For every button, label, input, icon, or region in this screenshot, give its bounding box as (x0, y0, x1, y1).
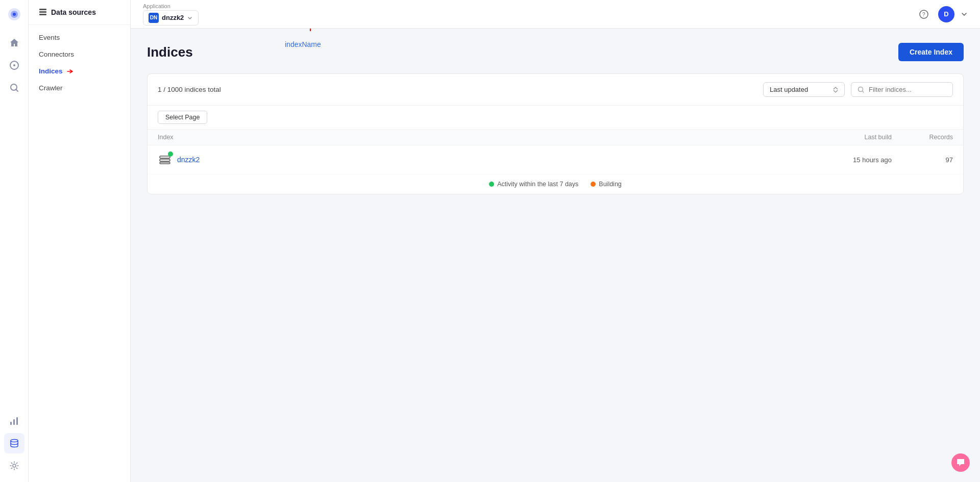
nav-search-icon[interactable] (4, 78, 24, 98)
database-icon (159, 155, 170, 164)
svg-rect-13 (39, 14, 46, 15)
header-index: Index (158, 134, 800, 141)
chat-icon (956, 458, 965, 467)
svg-rect-19 (160, 162, 170, 164)
svg-rect-17 (160, 156, 170, 158)
chat-widget[interactable] (951, 453, 970, 472)
table-row: dnzzk2 15 hours ago 97 (148, 145, 963, 174)
svg-rect-11 (39, 9, 46, 10)
records-cell: 97 (892, 156, 953, 164)
sidebar-nav: Events Connectors Indices Crawler (29, 25, 130, 100)
svg-rect-6 (10, 422, 12, 425)
sidebar: Data sources Events Connectors Indices C… (29, 0, 131, 482)
sort-dropdown[interactable]: Last updated (763, 82, 845, 97)
filter-input[interactable] (869, 86, 940, 93)
app-name: dnzzk2 (162, 14, 184, 21)
header-last-build: Last build (800, 134, 892, 141)
indices-card: 1 / 1000 indices total Last updated (147, 73, 964, 194)
legend-item-building: Building (591, 181, 621, 188)
nav-analytics-icon[interactable] (4, 411, 24, 431)
user-chevron-icon[interactable] (961, 11, 968, 18)
toolbar-right: Last updated (763, 82, 953, 97)
select-page-bar: Select Page (148, 106, 963, 130)
app-selector[interactable]: DN dnzzk2 (143, 10, 199, 26)
index-name-cell: dnzzk2 (158, 153, 800, 167)
user-avatar[interactable]: D (938, 6, 954, 22)
svg-rect-18 (160, 159, 170, 161)
sidebar-item-indices[interactable]: Indices (29, 63, 130, 80)
svg-point-2 (13, 13, 16, 16)
svg-rect-7 (13, 419, 15, 425)
indices-table: Index Last build Records (148, 130, 963, 194)
sort-label: Last updated (770, 86, 808, 93)
indices-arrow-icon (66, 68, 74, 75)
main-area: Application DN dnzzk2 ? D (131, 0, 980, 482)
last-build-cell: 15 hours ago (800, 156, 892, 164)
icon-rail (0, 0, 29, 482)
indices-count: 1 / 1000 indices total (158, 86, 221, 93)
table-header-row: Index Last build Records (148, 130, 963, 145)
legend-item-activity: Activity within the last 7 days (489, 181, 578, 188)
page-title: Indices (147, 44, 193, 60)
app-avatar: DN (149, 13, 159, 23)
nav-datasources-icon[interactable] (4, 433, 24, 453)
page-content: Indices Create Index 1 / 1000 indices to… (131, 29, 980, 482)
nav-home-icon[interactable] (4, 33, 24, 53)
status-dot (168, 151, 173, 157)
svg-point-10 (13, 464, 16, 467)
svg-point-9 (11, 440, 18, 442)
datasources-header-icon (39, 8, 47, 16)
annotation-arrow-svg (290, 29, 331, 36)
app-chevron-icon (187, 15, 193, 21)
page-header: Indices Create Index (147, 43, 964, 61)
legend-dot-green (489, 182, 494, 187)
legend-dot-orange (591, 182, 596, 187)
index-icon (158, 153, 172, 167)
filter-input-wrap (851, 82, 953, 97)
sort-arrows-icon (833, 87, 838, 93)
legend-label-activity: Activity within the last 7 days (497, 181, 578, 188)
filter-search-icon (857, 86, 865, 93)
topbar-right: ? D (916, 6, 968, 22)
index-name-link[interactable]: dnzzk2 (177, 156, 200, 164)
svg-text:?: ? (922, 12, 925, 17)
legend-label-building: Building (599, 181, 621, 188)
svg-rect-12 (39, 11, 46, 13)
svg-rect-8 (16, 417, 18, 425)
topbar: Application DN dnzzk2 ? D (131, 0, 980, 29)
nav-discover-icon[interactable] (4, 55, 24, 75)
svg-point-4 (13, 64, 15, 66)
application-label: Application (143, 3, 197, 9)
select-page-button[interactable]: Select Page (158, 111, 207, 124)
sidebar-item-crawler[interactable]: Crawler (29, 80, 130, 96)
sidebar-item-connectors[interactable]: Connectors (29, 46, 130, 63)
header-records: Records (892, 134, 953, 141)
sidebar-header: Data sources (29, 0, 130, 25)
logo-icon[interactable] (6, 6, 22, 22)
help-icon: ? (919, 10, 928, 19)
indices-toolbar: 1 / 1000 indices total Last updated (148, 74, 963, 106)
sidebar-item-events[interactable]: Events (29, 29, 130, 46)
create-index-button[interactable]: Create Index (898, 43, 964, 61)
legend-row: Activity within the last 7 days Building (148, 174, 963, 194)
sidebar-title: Data sources (51, 8, 96, 16)
nav-settings-icon[interactable] (4, 455, 24, 476)
help-button[interactable]: ? (916, 6, 932, 22)
